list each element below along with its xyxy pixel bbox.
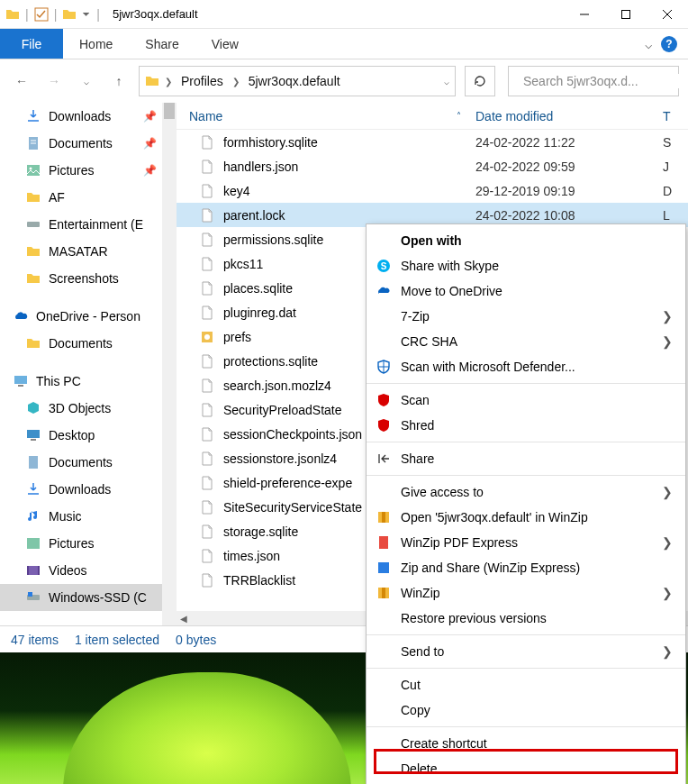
nav-label: Documents xyxy=(49,455,113,469)
winzip-icon xyxy=(376,509,392,525)
nav-item-folder[interactable]: AF xyxy=(0,184,177,211)
menu-share[interactable]: Share xyxy=(367,446,685,471)
chevron-right-icon: ❯ xyxy=(662,485,673,499)
file-row[interactable]: formhistory.sqlite24-02-2022 11:22S xyxy=(177,130,688,154)
nav-item-3d-objects[interactable]: 3D Objects xyxy=(0,395,177,422)
tab-share[interactable]: Share xyxy=(129,29,195,59)
svg-text:S: S xyxy=(381,261,387,271)
nav-item-folder[interactable]: Screenshots xyxy=(0,265,177,292)
nav-label: OneDrive - Person xyxy=(36,309,140,324)
nav-item-pictures[interactable]: Pictures📌 xyxy=(0,157,177,184)
nav-item-folder[interactable]: Documents xyxy=(0,330,177,357)
nav-scrollbar[interactable] xyxy=(162,103,177,625)
menu-cut[interactable]: Cut xyxy=(367,672,685,697)
checkbox-icon[interactable] xyxy=(34,7,49,22)
file-row[interactable]: key429-12-2019 09:19D xyxy=(177,178,688,203)
svg-rect-16 xyxy=(31,439,36,441)
breadcrumb[interactable]: Profiles xyxy=(177,74,227,88)
3d-icon xyxy=(25,400,41,416)
maximize-button[interactable] xyxy=(605,0,647,29)
menu-defender[interactable]: Scan with Microsoft Defender... xyxy=(367,354,685,379)
file-icon xyxy=(200,403,214,417)
mcafee-icon xyxy=(376,392,392,408)
nav-label: 3D Objects xyxy=(49,401,111,415)
nav-item-this-pc[interactable]: This PC xyxy=(0,368,177,395)
refresh-button[interactable] xyxy=(465,66,495,96)
qat-overflow-icon[interactable]: ⏷ xyxy=(82,9,91,19)
menu-7zip[interactable]: 7-Zip❯ xyxy=(367,304,685,329)
nav-item-documents[interactable]: Documents xyxy=(0,449,177,476)
menu-crc-sha[interactable]: CRC SHA❯ xyxy=(367,329,685,354)
nav-item-pictures[interactable]: Pictures xyxy=(0,530,177,557)
nav-label: This PC xyxy=(36,374,81,388)
nav-label: Windows-SSD (C xyxy=(49,590,147,605)
menu-give-access[interactable]: Give access to❯ xyxy=(367,479,685,505)
minimize-button[interactable] xyxy=(564,0,605,29)
svg-rect-14 xyxy=(18,385,23,387)
window-title: 5jwr3oqx.default xyxy=(105,7,198,21)
menu-send-to[interactable]: Send to❯ xyxy=(367,639,685,664)
nav-label: Pictures xyxy=(49,536,95,551)
nav-item-music[interactable]: Music xyxy=(0,503,177,530)
nav-item-onedrive[interactable]: OneDrive - Person xyxy=(0,303,177,330)
menu-zip-share[interactable]: Zip and Share (WinZip Express) xyxy=(367,555,685,580)
downloads-icon xyxy=(25,108,41,124)
nav-item-documents[interactable]: Documents📌 xyxy=(0,130,177,157)
tab-view[interactable]: View xyxy=(195,29,255,59)
up-button[interactable]: ↑ xyxy=(106,68,131,94)
quick-access-toolbar: | | ⏷ | xyxy=(0,7,105,22)
separator-icon: | xyxy=(54,7,58,22)
scroll-left-icon[interactable]: ◀ xyxy=(177,614,191,624)
onedrive-icon xyxy=(376,283,392,299)
column-name[interactable]: Name˄ xyxy=(177,109,470,123)
menu-open-with[interactable]: Open with xyxy=(367,228,685,253)
nav-label: Music xyxy=(49,509,82,524)
pdf-icon xyxy=(376,534,392,551)
column-date[interactable]: Date modified xyxy=(470,109,663,123)
menu-winzip[interactable]: WinZip❯ xyxy=(367,580,685,606)
svg-point-25 xyxy=(204,334,210,340)
documents-icon xyxy=(25,454,41,470)
recent-locations-icon[interactable]: ⌵ xyxy=(74,68,99,94)
address-bar[interactable]: ❯ Profiles ❯ 5jwr3oqx.default ⌵ xyxy=(139,66,456,96)
nav-item-downloads[interactable]: Downloads📌 xyxy=(0,103,177,130)
menu-mcafee-scan[interactable]: Scan xyxy=(367,387,685,413)
ribbon-collapse-icon[interactable]: ⌵ xyxy=(645,37,652,51)
nav-item-folder[interactable]: MASATAR xyxy=(0,238,177,265)
file-tab[interactable]: File xyxy=(0,29,63,59)
ribbon: File Home Share View ⌵ ? xyxy=(0,29,688,59)
help-icon[interactable]: ? xyxy=(661,36,677,52)
pictures-icon xyxy=(25,162,41,178)
menu-open-winzip[interactable]: Open '5jwr3oqx.default' in WinZip xyxy=(367,505,685,530)
chevron-right-icon[interactable]: ❯ xyxy=(232,77,240,87)
menu-move-onedrive[interactable]: Move to OneDrive xyxy=(367,278,685,304)
file-name: SecurityPreloadState xyxy=(223,403,342,417)
chevron-right-icon[interactable]: ❯ xyxy=(165,77,172,87)
search-input[interactable] xyxy=(523,74,681,88)
back-button[interactable]: ← xyxy=(9,68,34,94)
svg-rect-30 xyxy=(379,536,388,549)
menu-share-skype[interactable]: SShare with Skype xyxy=(367,253,685,278)
folder-icon xyxy=(5,7,20,22)
nav-item-videos[interactable]: Videos xyxy=(0,557,177,584)
menu-mcafee-shred[interactable]: Shred xyxy=(367,413,685,438)
menu-copy[interactable]: Copy xyxy=(367,697,685,723)
chevron-down-icon[interactable]: ⌵ xyxy=(444,77,449,87)
menu-winzip-pdf[interactable]: WinZip PDF Express❯ xyxy=(367,530,685,555)
file-icon xyxy=(200,378,214,393)
nav-item-drive[interactable]: Entertainment (E xyxy=(0,211,177,238)
forward-button[interactable]: → xyxy=(41,68,67,94)
close-button[interactable] xyxy=(647,0,688,29)
nav-item-downloads[interactable]: Downloads xyxy=(0,476,177,503)
breadcrumb[interactable]: 5jwr3oqx.default xyxy=(245,74,344,88)
menu-restore-versions[interactable]: Restore previous versions xyxy=(367,606,685,631)
column-type[interactable]: T xyxy=(663,109,688,123)
file-row[interactable]: handlers.json24-02-2022 09:59J xyxy=(177,154,688,178)
file-icon xyxy=(200,281,214,296)
tab-home[interactable]: Home xyxy=(63,29,129,59)
search-box[interactable] xyxy=(508,66,679,96)
nav-item-desktop[interactable]: Desktop xyxy=(0,422,177,449)
drive-icon xyxy=(25,216,41,232)
defender-icon xyxy=(376,359,392,375)
nav-item-windows-ssd[interactable]: Windows-SSD (C xyxy=(0,584,177,611)
